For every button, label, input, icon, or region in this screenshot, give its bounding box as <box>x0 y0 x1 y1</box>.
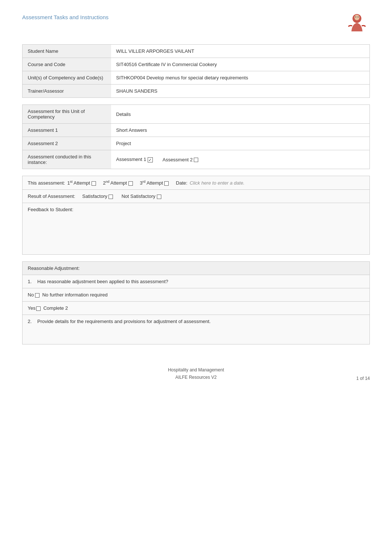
attempt-table: This assessment: 1st Attempt 2nd Attempt… <box>22 176 370 255</box>
yes-checkbox[interactable] <box>36 306 41 311</box>
question2-text: Provide details for the requirements and… <box>37 319 211 324</box>
satisfactory-label[interactable]: Satisfactory <box>82 193 113 199</box>
not-satisfactory-label[interactable]: Not Satisfactory <box>121 193 161 199</box>
feedback-label: Feedback to Student: <box>28 207 73 212</box>
yes-option-cell: Yes Complete 2 <box>23 302 370 315</box>
assessment2-label: Assessment 2 <box>23 137 111 150</box>
assessment-header-row: Assessment for this Unit of Competency D… <box>23 105 370 124</box>
assessment1-row: Assessment 1 Short Answers <box>23 124 370 137</box>
unit-label: Unit(s) of Competency and Code(s) <box>23 71 111 85</box>
student-name-row: Student Name WILL VILLER ARPORGES VAILAN… <box>23 45 370 58</box>
trainer-label: Trainer/Assessor <box>23 85 111 98</box>
assessment-conducted-label: Assessment conducted in this instance: <box>23 150 111 169</box>
question2-number: 2. <box>28 319 34 324</box>
question1-cell: 1. Has reasonable adjustment been applie… <box>23 275 370 288</box>
question1-row: 1. Has reasonable adjustment been applie… <box>23 275 370 288</box>
student-name-value: WILL VILLER ARPORGES VAILANT <box>111 45 370 58</box>
footer-line2: AILFE Resources V2 <box>22 374 370 381</box>
assessment1-checkbox-label[interactable]: Assessment 1 ✓ <box>116 157 153 162</box>
this-assessment-cell: This assessment: 1st Attempt 2nd Attempt… <box>23 176 370 190</box>
footer-line1: Hospitality and Management <box>22 367 370 374</box>
no-checkbox[interactable] <box>35 293 39 298</box>
course-code-label: Course and Code <box>23 58 111 71</box>
date-field[interactable]: Click here to enter a date. <box>190 180 245 186</box>
date-label: Date: <box>176 180 188 186</box>
attempt1-label[interactable]: 1st Attempt <box>67 180 96 186</box>
unit-value: SITHKOP004 Develop menus for special die… <box>111 71 370 85</box>
assessment2-row: Assessment 2 Project <box>23 137 370 150</box>
unit-row: Unit(s) of Competency and Code(s) SITHKO… <box>23 71 370 85</box>
trainer-row: Trainer/Assessor SHAUN SANDERS <box>23 85 370 98</box>
yes-option-text[interactable]: Yes Complete 2 <box>28 305 68 311</box>
svg-point-3 <box>355 17 356 17</box>
result-cell: Result of Assessment: Satisfactory Not S… <box>23 190 370 203</box>
svg-point-4 <box>358 17 358 17</box>
question2-cell: 2. Provide details for the requirements … <box>23 315 370 344</box>
assessment-conducted-row: Assessment conducted in this instance: A… <box>23 150 370 169</box>
course-code-value: SIT40516 Certificate IV in Commercial Co… <box>111 58 370 71</box>
result-label: Result of Assessment: <box>28 193 75 199</box>
logo-icon <box>344 11 370 37</box>
footer-area: Hospitality and Management AILFE Resourc… <box>22 367 370 381</box>
question2-row: 2. Provide details for the requirements … <box>23 315 370 344</box>
course-code-row: Course and Code SIT40516 Certificate IV … <box>23 58 370 71</box>
header-area: Assessment Tasks and Instructions <box>22 11 370 37</box>
assessment1-label: Assessment 1 <box>23 124 111 137</box>
no-option-row: No No further information required <box>23 288 370 302</box>
reasonable-header-row: Reasonable Adjustment: <box>23 262 370 275</box>
student-info-table: Student Name WILL VILLER ARPORGES VAILAN… <box>22 44 370 98</box>
satisfactory-checkbox[interactable] <box>109 195 113 199</box>
result-row: Result of Assessment: Satisfactory Not S… <box>23 190 370 203</box>
attempt3-label[interactable]: 3rd Attempt <box>140 180 169 186</box>
assessment-header-label: Assessment for this Unit of Competency <box>23 105 111 124</box>
feedback-row: Feedback to Student: <box>23 203 370 255</box>
assessment2-checkbox[interactable] <box>194 158 198 162</box>
attempt2-label[interactable]: 2nd Attempt <box>103 180 133 186</box>
no-option-cell: No No further information required <box>23 288 370 302</box>
assessment2-value: Project <box>111 137 370 150</box>
yes-option-row: Yes Complete 2 <box>23 302 370 315</box>
assessment1-value: Short Answers <box>111 124 370 137</box>
logo-area <box>344 11 370 37</box>
page-number: 1 of 14 <box>356 376 370 381</box>
this-assessment-row: This assessment: 1st Attempt 2nd Attempt… <box>23 176 370 190</box>
assessment1-checkbox[interactable]: ✓ <box>148 157 153 162</box>
feedback-cell: Feedback to Student: <box>23 203 370 255</box>
assessment-header-value: Details <box>111 105 370 124</box>
attempt2-checkbox[interactable] <box>128 181 133 186</box>
not-satisfactory-checkbox[interactable] <box>157 195 161 199</box>
trainer-value: SHAUN SANDERS <box>111 85 370 98</box>
question1-text: Has reasonable adjustment been applied t… <box>37 279 168 284</box>
assessment-types-table: Assessment for this Unit of Competency D… <box>22 104 370 169</box>
svg-point-2 <box>354 15 360 20</box>
assessment-conducted-checkboxes: Assessment 1 ✓ Assessment 2 <box>111 150 370 169</box>
no-option-text[interactable]: No No further information required <box>28 292 108 298</box>
student-name-label: Student Name <box>23 45 111 58</box>
this-assessment-label: This assessment: <box>28 180 65 186</box>
reasonable-adjustment-table: Reasonable Adjustment: 1. Has reasonable… <box>22 261 370 344</box>
attempt1-checkbox[interactable] <box>92 181 96 186</box>
attempt3-checkbox[interactable] <box>164 181 169 186</box>
question1-number: 1. <box>28 279 34 284</box>
assessment2-checkbox-label[interactable]: Assessment 2 <box>162 157 198 162</box>
reasonable-section-title: Reasonable Adjustment: <box>23 262 370 275</box>
page-title: Assessment Tasks and Instructions <box>22 14 109 20</box>
